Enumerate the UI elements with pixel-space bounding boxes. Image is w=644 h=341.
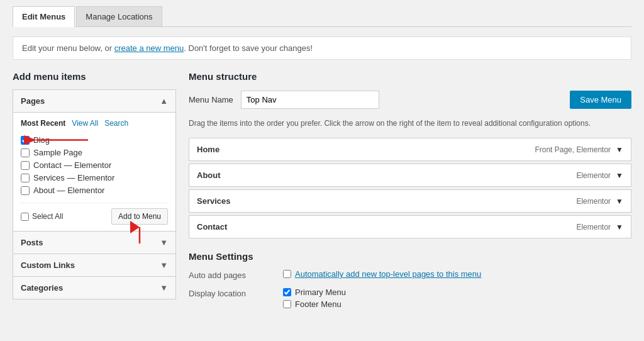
footer-menu-checkbox[interactable] [283, 300, 291, 308]
auto-add-checkbox-label[interactable]: Automatically add new top-level pages to… [283, 269, 481, 279]
menu-item-name: Services [197, 196, 231, 206]
main-layout: Add menu items Pages ▲ Most Recent View … [13, 71, 631, 318]
categories-accordion-header[interactable]: Categories ▼ [13, 277, 175, 299]
blog-checkbox[interactable] [21, 136, 30, 145]
contact-checkbox[interactable] [21, 161, 30, 170]
auto-add-checkbox[interactable] [283, 270, 291, 278]
select-all-checkbox[interactable] [21, 213, 29, 221]
pages-subtabs: Most Recent View All Search [21, 119, 168, 128]
menu-name-label: Menu Name [189, 95, 233, 104]
pages-collapse-icon: ▲ [160, 96, 168, 106]
right-panel: Menu structure Menu Name Save Menu Drag … [189, 71, 631, 318]
list-item: Sample Page [21, 148, 168, 157]
page-item-label: Contact — Elementor [33, 160, 111, 170]
menu-items-list: Home Front Page, Elementor ▼ About Eleme… [189, 138, 631, 238]
menu-item-expand-icon[interactable]: ▼ [616, 197, 623, 206]
footer-menu-text: Footer Menu [295, 299, 341, 309]
menu-item-meta: Elementor ▼ [576, 171, 623, 180]
pages-accordion-header[interactable]: Pages ▲ [13, 90, 175, 113]
menu-item-name: Home [197, 145, 219, 154]
custom-links-title: Custom Links [21, 260, 75, 270]
menu-name-row: Menu Name Save Menu [189, 91, 631, 109]
pages-title: Pages [21, 96, 45, 106]
menu-item-contact: Contact Elementor ▼ [189, 215, 631, 238]
tabs-bar: Edit Menus Manage Locations [13, 6, 631, 27]
left-panel: Add menu items Pages ▲ Most Recent View … [13, 71, 176, 318]
menu-item-meta-text: Elementor [576, 223, 611, 232]
custom-links-accordion-header[interactable]: Custom Links ▼ [13, 254, 175, 276]
auto-add-row: Auto add pages Automatically add new top… [189, 269, 631, 281]
pages-accordion: Pages ▲ Most Recent View All Search Bl [13, 89, 176, 232]
auto-add-link[interactable]: Automatically add new top-level pages to… [295, 269, 481, 279]
menu-item-name: About [197, 170, 221, 180]
display-location-row: Display location Primary Menu Footer Men… [189, 288, 631, 311]
primary-menu-label[interactable]: Primary Menu [283, 288, 346, 297]
menu-item-expand-icon[interactable]: ▼ [616, 145, 623, 154]
info-text-before: Edit your menu below, or [22, 43, 114, 53]
menu-item-expand-icon[interactable]: ▼ [616, 171, 623, 180]
menu-item-services: Services Elementor ▼ [189, 189, 631, 213]
list-item: Services — Elementor [21, 173, 168, 182]
categories-title: Categories [21, 283, 63, 293]
tab-manage-locations[interactable]: Manage Locations [76, 6, 162, 26]
tab-edit-menus[interactable]: Edit Menus [13, 6, 75, 27]
drag-hint: Drag the items into the order you prefer… [189, 118, 631, 129]
select-all-label[interactable]: Select All [21, 212, 63, 221]
add-to-menu-button[interactable]: Add to Menu [111, 208, 168, 225]
add-menu-items-heading: Add menu items [13, 71, 176, 82]
create-new-menu-link[interactable]: create a new menu [114, 43, 184, 53]
menu-item-home: Home Front Page, Elementor ▼ [189, 138, 631, 161]
posts-title: Posts [21, 238, 43, 247]
posts-accordion: Posts ▼ [13, 232, 176, 254]
primary-menu-checkbox[interactable] [283, 288, 291, 296]
menu-item-meta-text: Elementor [576, 197, 611, 206]
auto-add-value: Automatically add new top-level pages to… [283, 269, 481, 281]
subtab-most-recent[interactable]: Most Recent [21, 119, 65, 128]
menu-item-about: About Elementor ▼ [189, 164, 631, 187]
menu-settings: Menu Settings Auto add pages Automatical… [189, 251, 631, 311]
page-item-label: About — Elementor [33, 186, 104, 195]
categories-collapse-icon: ▼ [160, 283, 168, 293]
menu-item-meta-text: Elementor [576, 171, 611, 180]
posts-collapse-icon: ▼ [160, 238, 168, 247]
list-item: Blog [21, 135, 168, 145]
footer-menu-label[interactable]: Footer Menu [283, 299, 346, 309]
list-item: Contact — Elementor [21, 160, 168, 170]
list-item: About — Elementor [21, 186, 168, 195]
sample-page-checkbox[interactable] [21, 148, 30, 157]
subtab-search[interactable]: Search [104, 119, 128, 128]
custom-links-accordion: Custom Links ▼ [13, 254, 176, 277]
services-checkbox[interactable] [21, 174, 30, 182]
menu-item-expand-icon[interactable]: ▼ [616, 223, 623, 232]
save-menu-button[interactable]: Save Menu [570, 91, 631, 109]
menu-structure-heading: Menu structure [189, 71, 631, 82]
menu-settings-heading: Menu Settings [189, 251, 631, 262]
menu-item-meta: Elementor ▼ [576, 223, 623, 232]
page-item-label: Services — Elementor [33, 173, 114, 182]
info-banner: Edit your menu below, or create a new me… [13, 36, 631, 60]
primary-menu-text: Primary Menu [295, 288, 346, 297]
select-all-text: Select All [32, 212, 63, 221]
posts-accordion-header[interactable]: Posts ▼ [13, 232, 175, 254]
menu-item-meta: Front Page, Elementor ▼ [535, 145, 623, 154]
menu-item-name: Contact [197, 222, 227, 232]
display-location-label: Display location [189, 288, 270, 298]
menu-name-input[interactable] [241, 91, 379, 109]
page-list: Blog Sample Page Contact — Elementor [21, 135, 168, 195]
custom-links-collapse-icon: ▼ [160, 260, 168, 270]
page-item-label: Sample Page [33, 148, 82, 157]
menu-item-meta: Elementor ▼ [576, 197, 623, 206]
auto-add-label: Auto add pages [189, 269, 270, 280]
info-text-after: . Don't forget to save your changes! [184, 43, 313, 53]
about-checkbox[interactable] [21, 186, 30, 195]
display-location-value: Primary Menu Footer Menu [283, 288, 346, 311]
categories-accordion: Categories ▼ [13, 277, 176, 299]
pages-accordion-content: Most Recent View All Search Blog Sample … [13, 113, 175, 231]
subtab-view-all[interactable]: View All [72, 119, 98, 128]
menu-item-meta-text: Front Page, Elementor [535, 145, 611, 154]
select-all-row: Select All Add to Menu [21, 203, 168, 225]
page-item-label: Blog [33, 135, 50, 145]
